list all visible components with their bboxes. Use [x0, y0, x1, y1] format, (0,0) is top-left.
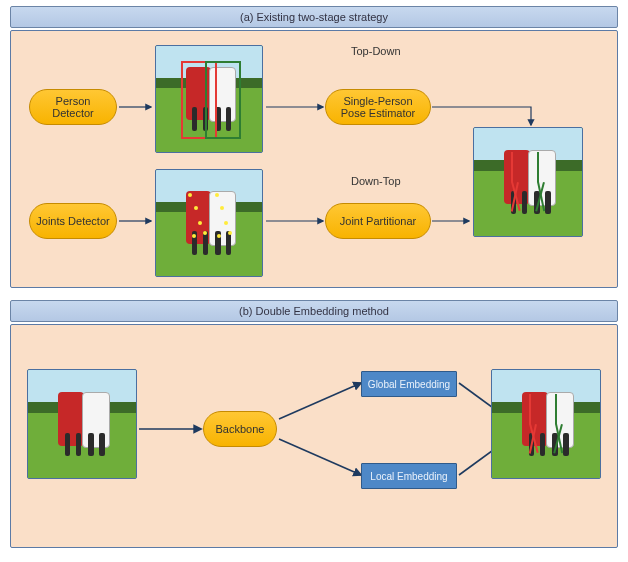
box-joints-detector: Joints Detector [29, 203, 117, 239]
image-players-keypoints [155, 169, 263, 277]
svg-line-8 [279, 439, 361, 475]
panel-a-body: Top-Down Down-Top Person Detector Joints… [10, 30, 618, 288]
box-local-embedding: Local Embedding [361, 463, 457, 489]
panel-a-title: (a) Existing two-stage strategy [10, 6, 618, 28]
box-backbone: Backbone [203, 411, 277, 447]
image-result-pose-b [491, 369, 601, 479]
svg-line-7 [279, 383, 361, 419]
label-top-down: Top-Down [351, 45, 401, 57]
panel-b-body: Backbone Global Embedding Local Embeddin… [10, 324, 618, 548]
diagram-stage: (a) Existing two-stage strategy Top-Down… [0, 0, 628, 562]
image-players-bbox [155, 45, 263, 153]
panel-b-title: (b) Double Embedding method [10, 300, 618, 322]
box-person-detector: Person Detector [29, 89, 117, 125]
box-joint-partitionar: Joint Partitionar [325, 203, 431, 239]
label-down-top: Down-Top [351, 175, 401, 187]
image-result-pose-a [473, 127, 583, 237]
box-single-person-estimator: Single-Person Pose Estimator [325, 89, 431, 125]
image-input-players [27, 369, 137, 479]
box-global-embedding: Global Embedding [361, 371, 457, 397]
